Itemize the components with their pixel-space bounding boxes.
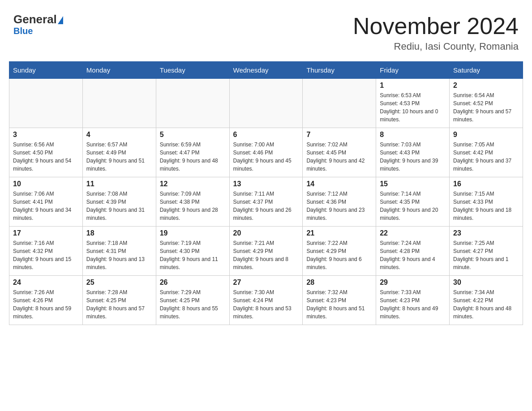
day-info: Sunrise: 7:19 AMSunset: 4:30 PMDaylight:…	[160, 239, 226, 271]
day-number: 20	[233, 229, 299, 237]
week-row-4: 17Sunrise: 7:16 AMSunset: 4:32 PMDayligh…	[9, 227, 523, 276]
logo: General Blue	[13, 13, 63, 36]
logo-blue-text: Blue	[13, 26, 33, 36]
logo-text: General	[13, 13, 63, 25]
calendar-cell: 20Sunrise: 7:21 AMSunset: 4:29 PMDayligh…	[229, 227, 303, 276]
week-row-1: 1Sunrise: 6:53 AMSunset: 4:53 PMDaylight…	[9, 79, 523, 128]
weekday-header-thursday: Thursday	[303, 62, 376, 79]
calendar-cell	[156, 79, 229, 128]
calendar-cell: 19Sunrise: 7:19 AMSunset: 4:30 PMDayligh…	[156, 227, 229, 276]
day-info: Sunrise: 7:14 AMSunset: 4:35 PMDaylight:…	[380, 190, 446, 222]
day-number: 22	[380, 229, 446, 237]
calendar-cell: 8Sunrise: 7:03 AMSunset: 4:43 PMDaylight…	[376, 128, 450, 177]
weekday-header-monday: Monday	[82, 62, 156, 79]
day-info: Sunrise: 7:25 AMSunset: 4:27 PMDaylight:…	[453, 239, 519, 271]
day-number: 5	[160, 131, 226, 139]
calendar-table: SundayMondayTuesdayWednesdayThursdayFrid…	[9, 61, 523, 325]
day-number: 3	[13, 131, 79, 139]
day-number: 13	[233, 180, 299, 188]
day-info: Sunrise: 7:28 AMSunset: 4:25 PMDaylight:…	[86, 288, 152, 321]
day-info: Sunrise: 7:26 AMSunset: 4:26 PMDaylight:…	[13, 288, 79, 321]
title-block: November 2024 Rediu, Iasi County, Romani…	[353, 13, 519, 52]
location-subtitle: Rediu, Iasi County, Romania	[353, 41, 519, 52]
week-row-2: 3Sunrise: 6:56 AMSunset: 4:50 PMDaylight…	[9, 128, 523, 177]
day-number: 19	[160, 229, 226, 237]
day-number: 17	[13, 229, 79, 237]
calendar-cell: 1Sunrise: 6:53 AMSunset: 4:53 PMDaylight…	[376, 79, 450, 128]
day-info: Sunrise: 7:15 AMSunset: 4:33 PMDaylight:…	[453, 190, 519, 222]
day-info: Sunrise: 7:05 AMSunset: 4:42 PMDaylight:…	[453, 141, 519, 173]
calendar-cell: 18Sunrise: 7:18 AMSunset: 4:31 PMDayligh…	[82, 227, 156, 276]
day-info: Sunrise: 7:11 AMSunset: 4:37 PMDaylight:…	[233, 190, 299, 222]
calendar-cell: 30Sunrise: 7:34 AMSunset: 4:22 PMDayligh…	[450, 276, 523, 325]
calendar-cell: 4Sunrise: 6:57 AMSunset: 4:49 PMDaylight…	[82, 128, 156, 177]
logo-triangle-icon	[58, 16, 63, 24]
calendar-cell: 12Sunrise: 7:09 AMSunset: 4:38 PMDayligh…	[156, 177, 229, 227]
logo-general-text: General	[13, 13, 57, 26]
day-number: 15	[380, 180, 446, 188]
calendar-cell: 6Sunrise: 7:00 AMSunset: 4:46 PMDaylight…	[229, 128, 303, 177]
day-info: Sunrise: 6:54 AMSunset: 4:52 PMDaylight:…	[453, 91, 519, 124]
calendar-cell: 17Sunrise: 7:16 AMSunset: 4:32 PMDayligh…	[9, 227, 83, 276]
day-number: 30	[453, 278, 519, 287]
day-info: Sunrise: 6:59 AMSunset: 4:47 PMDaylight:…	[160, 141, 226, 173]
day-info: Sunrise: 7:32 AMSunset: 4:23 PMDaylight:…	[306, 288, 372, 321]
day-number: 28	[306, 278, 372, 287]
day-number: 29	[380, 278, 446, 287]
weekday-header-wednesday: Wednesday	[229, 62, 303, 79]
day-info: Sunrise: 6:56 AMSunset: 4:50 PMDaylight:…	[13, 141, 79, 173]
calendar-cell	[303, 79, 376, 128]
calendar-cell: 22Sunrise: 7:24 AMSunset: 4:28 PMDayligh…	[376, 227, 450, 276]
calendar-cell: 25Sunrise: 7:28 AMSunset: 4:25 PMDayligh…	[82, 276, 156, 325]
day-info: Sunrise: 7:33 AMSunset: 4:23 PMDaylight:…	[380, 288, 446, 321]
calendar-cell: 7Sunrise: 7:02 AMSunset: 4:45 PMDaylight…	[303, 128, 376, 177]
day-number: 6	[233, 131, 299, 139]
day-number: 9	[453, 131, 519, 139]
calendar-cell	[229, 79, 303, 128]
day-info: Sunrise: 7:21 AMSunset: 4:29 PMDaylight:…	[233, 239, 299, 271]
day-info: Sunrise: 7:03 AMSunset: 4:43 PMDaylight:…	[380, 141, 446, 173]
calendar-cell: 11Sunrise: 7:08 AMSunset: 4:39 PMDayligh…	[82, 177, 156, 227]
day-number: 12	[160, 180, 226, 188]
day-number: 4	[86, 131, 152, 139]
weekday-header-tuesday: Tuesday	[156, 62, 229, 79]
calendar-cell: 9Sunrise: 7:05 AMSunset: 4:42 PMDaylight…	[450, 128, 523, 177]
calendar-cell: 28Sunrise: 7:32 AMSunset: 4:23 PMDayligh…	[303, 276, 376, 325]
calendar-cell: 27Sunrise: 7:30 AMSunset: 4:24 PMDayligh…	[229, 276, 303, 325]
day-info: Sunrise: 7:08 AMSunset: 4:39 PMDaylight:…	[86, 190, 152, 222]
calendar-cell: 21Sunrise: 7:22 AMSunset: 4:29 PMDayligh…	[303, 227, 376, 276]
calendar-cell: 24Sunrise: 7:26 AMSunset: 4:26 PMDayligh…	[9, 276, 83, 325]
weekday-header-saturday: Saturday	[450, 62, 523, 79]
day-info: Sunrise: 6:57 AMSunset: 4:49 PMDaylight:…	[86, 141, 152, 173]
day-info: Sunrise: 7:12 AMSunset: 4:36 PMDaylight:…	[306, 190, 372, 222]
calendar-cell: 3Sunrise: 6:56 AMSunset: 4:50 PMDaylight…	[9, 128, 83, 177]
day-info: Sunrise: 7:00 AMSunset: 4:46 PMDaylight:…	[233, 141, 299, 173]
calendar-cell: 15Sunrise: 7:14 AMSunset: 4:35 PMDayligh…	[376, 177, 450, 227]
day-number: 14	[306, 180, 372, 188]
weekday-header-friday: Friday	[376, 62, 450, 79]
day-info: Sunrise: 7:06 AMSunset: 4:41 PMDaylight:…	[13, 190, 79, 222]
day-info: Sunrise: 7:02 AMSunset: 4:45 PMDaylight:…	[306, 141, 372, 173]
day-info: Sunrise: 7:29 AMSunset: 4:25 PMDaylight:…	[160, 288, 226, 321]
day-number: 11	[86, 180, 152, 188]
day-info: Sunrise: 6:53 AMSunset: 4:53 PMDaylight:…	[380, 91, 446, 124]
day-number: 16	[453, 180, 519, 188]
calendar-cell: 10Sunrise: 7:06 AMSunset: 4:41 PMDayligh…	[9, 177, 83, 227]
page-header: General Blue November 2024 Rediu, Iasi C…	[9, 9, 523, 52]
day-number: 27	[233, 278, 299, 287]
day-number: 10	[13, 180, 79, 188]
day-info: Sunrise: 7:34 AMSunset: 4:22 PMDaylight:…	[453, 288, 519, 321]
day-number: 24	[13, 278, 79, 287]
calendar-cell: 13Sunrise: 7:11 AMSunset: 4:37 PMDayligh…	[229, 177, 303, 227]
day-number: 25	[86, 278, 152, 287]
calendar-cell: 29Sunrise: 7:33 AMSunset: 4:23 PMDayligh…	[376, 276, 450, 325]
day-number: 23	[453, 229, 519, 237]
weekday-header-sunday: Sunday	[9, 62, 83, 79]
calendar-cell: 16Sunrise: 7:15 AMSunset: 4:33 PMDayligh…	[450, 177, 523, 227]
month-year-title: November 2024	[353, 13, 519, 39]
day-info: Sunrise: 7:24 AMSunset: 4:28 PMDaylight:…	[380, 239, 446, 271]
day-number: 8	[380, 131, 446, 139]
calendar-cell: 23Sunrise: 7:25 AMSunset: 4:27 PMDayligh…	[450, 227, 523, 276]
day-info: Sunrise: 7:30 AMSunset: 4:24 PMDaylight:…	[233, 288, 299, 321]
calendar-cell: 26Sunrise: 7:29 AMSunset: 4:25 PMDayligh…	[156, 276, 229, 325]
